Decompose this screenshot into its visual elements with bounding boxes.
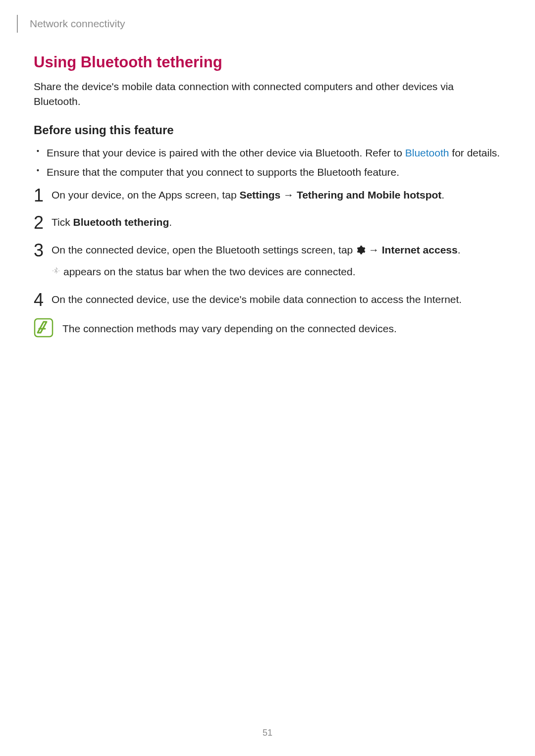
bluetooth-tether-icon (52, 264, 60, 280)
text: On the connected device, open the Blueto… (52, 244, 356, 255)
tethering-label: Tethering and Mobile hotspot (297, 189, 441, 201)
text: appears on the status bar when the two d… (63, 264, 356, 280)
bluetooth-link[interactable]: Bluetooth (405, 147, 449, 158)
text: Tick (52, 216, 73, 228)
steps-list: On your device, on the Apps screen, tap … (34, 187, 501, 307)
text: . (441, 189, 444, 201)
settings-label: Settings (239, 189, 280, 201)
step-subtext: appears on the status bar when the two d… (52, 264, 501, 280)
internet-access-label: Internet access (382, 244, 458, 255)
step-item: On the connected device, use the device'… (34, 292, 501, 307)
text: Ensure that your device is paired with t… (47, 147, 405, 158)
text: On your device, on the Apps screen, tap (52, 189, 239, 201)
step-item: On your device, on the Apps screen, tap … (34, 187, 501, 203)
bluetooth-tethering-label: Bluetooth tethering (73, 216, 169, 228)
list-item: Ensure that your device is paired with t… (47, 145, 501, 161)
svg-point-1 (58, 270, 59, 271)
note-icon (34, 318, 54, 340)
note-text: The connection methods may vary dependin… (62, 319, 397, 337)
list-item: Ensure that the computer that you connec… (47, 164, 501, 180)
section-label: Network connectivity (30, 18, 125, 30)
page: Network connectivity Using Bluetooth tet… (0, 0, 535, 756)
intro-paragraph: Share the device's mobile data connectio… (34, 79, 501, 109)
page-number: 51 (0, 728, 535, 738)
note-callout: The connection methods may vary dependin… (34, 319, 501, 340)
arrow-icon: → (366, 244, 382, 255)
gear-icon (356, 244, 366, 259)
header-rule-icon (17, 15, 18, 33)
step-item: On the connected device, open the Blueto… (34, 242, 501, 280)
text: . (458, 244, 461, 255)
page-title: Using Bluetooth tethering (34, 53, 501, 71)
arrow-icon: → (280, 189, 297, 201)
svg-point-0 (53, 270, 54, 271)
text: . (169, 216, 172, 228)
step-item: Tick Bluetooth tethering. (34, 214, 501, 230)
text: for details. (449, 147, 500, 158)
page-header: Network connectivity (34, 15, 501, 33)
prerequisite-list: Ensure that your device is paired with t… (34, 145, 501, 180)
before-heading: Before using this feature (34, 123, 501, 137)
